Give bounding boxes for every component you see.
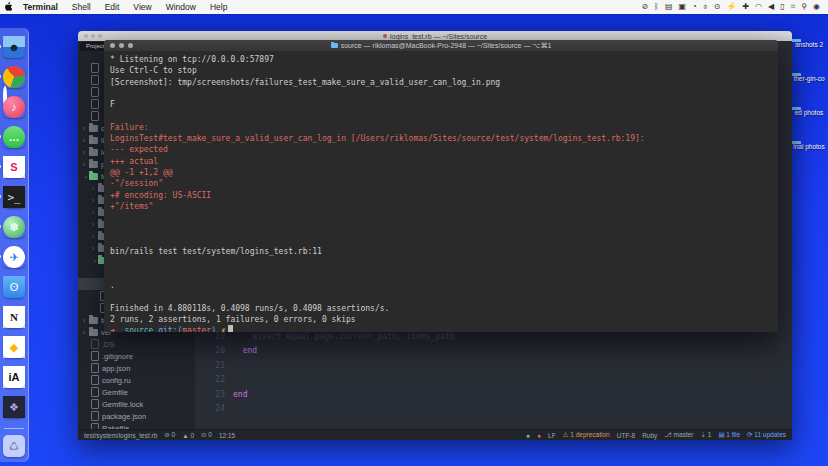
file-or-folder-icon [91, 351, 99, 361]
menubar-status-icon[interactable]: ᛒ [654, 0, 659, 14]
status-segment[interactable]: ⊙ 0 [201, 431, 212, 439]
menubar-status-icon[interactable]: ⌽ [703, 0, 708, 14]
status-segment[interactable]: ▤ 1 file [718, 431, 740, 439]
code-line[interactable]: 23 end [195, 387, 792, 402]
apple-menu-icon[interactable] [0, 2, 16, 13]
menubar-status-icon[interactable]: ◠ [755, 0, 762, 14]
dock-app[interactable]: ✈ [3, 246, 25, 268]
status-segment[interactable]: ⟳ 11 updates [747, 431, 786, 439]
tree-item[interactable]: › Gemfile.lock [78, 398, 195, 410]
terminal-window-controls[interactable] [110, 43, 133, 48]
code-line[interactable]: 22 [195, 373, 792, 388]
menubar-status-icon[interactable]: ⊘ [641, 0, 648, 14]
status-segment[interactable]: ⎇ master [664, 431, 693, 439]
status-segment[interactable]: ● [537, 432, 541, 439]
running-indicator [0, 165, 1, 168]
menu-shell[interactable]: Shell [65, 2, 98, 12]
trash-icon[interactable]: ♺ [3, 435, 25, 457]
menubar-status-icon[interactable]: ⌗ [791, 0, 796, 14]
dock-app-icon[interactable]: … [3, 126, 25, 148]
dock-app[interactable]: iA [3, 366, 25, 388]
dock-app-icon[interactable]: ♪ [3, 96, 25, 118]
dock-app[interactable]: >_ [3, 186, 25, 208]
desktop-folder[interactable]: ed photos [790, 109, 828, 142]
tree-item[interactable]: › app.json [78, 362, 195, 374]
tree-item[interactable]: › config.ru [78, 374, 195, 386]
menu-help[interactable]: Help [203, 2, 234, 12]
status-segment[interactable]: UTF-8 [617, 432, 635, 439]
status-segment[interactable]: test/system/logins_test.rb [84, 432, 157, 439]
menubar-status-icon[interactable]: ▤ [665, 0, 673, 14]
menubar-status-icon[interactable]: ⊙ [714, 0, 721, 14]
dock-app-icon[interactable]: ✽ [3, 216, 25, 238]
tree-item[interactable]: › package.json [78, 410, 195, 422]
editor-window-controls[interactable] [84, 34, 102, 38]
file-or-folder-icon [91, 75, 99, 85]
dock-app-icon[interactable]: S [3, 156, 25, 178]
dock-app-icon[interactable]: iA [3, 366, 25, 388]
dock-app[interactable]: ✽ [3, 216, 25, 238]
code-area[interactable]: 19 assert_equal page.current_path, items… [195, 329, 792, 416]
menu-terminal[interactable]: Terminal [16, 2, 65, 12]
status-segment[interactable]: Ruby [642, 432, 657, 439]
menu-edit[interactable]: Edit [98, 2, 127, 12]
menubar-status-icon[interactable]: ✚ [742, 0, 749, 14]
dock-app[interactable]: ☻ [3, 36, 25, 58]
tree-item-label: package.json [102, 412, 146, 421]
status-right: ●●LF⚠ 1 deprecationUTF-8Ruby⎇ master⇣ 1▤… [526, 431, 786, 439]
menubar-status-icon[interactable]: ◉ [813, 0, 820, 14]
menubar-status-icon[interactable]: ⚡ [726, 0, 736, 14]
status-segment[interactable]: ⇣ 1 [701, 431, 712, 439]
dock-app-icon[interactable] [3, 66, 25, 88]
menubar-status-icon[interactable]: ⚲ [801, 0, 807, 14]
dock-app[interactable]: ◆ [3, 336, 25, 358]
menu-window[interactable]: Window [159, 2, 203, 12]
status-segment[interactable]: ⊘ 0 [164, 431, 175, 439]
menubar-status-icon[interactable]: ▣ [678, 0, 686, 14]
status-segment[interactable]: ● [526, 432, 530, 439]
dock-app[interactable]: ❖ [3, 396, 25, 418]
status-segment[interactable]: LF [548, 432, 556, 439]
dock-app[interactable]: ♪ [3, 96, 25, 118]
dock-app-icon[interactable]: ʘ [3, 276, 25, 298]
menu-view[interactable]: View [126, 2, 158, 12]
code-line[interactable]: 20 end [195, 344, 792, 359]
tree-item[interactable]: › .DS [78, 338, 195, 350]
dock-app[interactable]: … [3, 126, 25, 148]
status-segment[interactable]: ⚠ 1 deprecation [563, 431, 610, 439]
code-line[interactable]: 21 [195, 358, 792, 373]
terminal-line: -"/session" [110, 178, 778, 189]
desktop-folder[interactable]: inal photos [790, 143, 828, 176]
dock-app[interactable]: ʘ [3, 276, 25, 298]
dock-app[interactable] [3, 66, 25, 88]
dock-app-icon[interactable]: ☻ [3, 36, 25, 58]
terminal-line [110, 223, 778, 234]
file-or-folder-icon [91, 399, 99, 409]
desktop-folder[interactable]: anshots 2 [790, 41, 828, 74]
dock-app-icon[interactable]: ❖ [3, 396, 25, 418]
terminal-titlebar[interactable]: source — riklomas@MacBook-Pro-2948 — ~/S… [104, 40, 778, 51]
dock-app-icon[interactable]: ◆ [3, 336, 25, 358]
desktop-folder[interactable]: ther-gin-co [790, 75, 828, 108]
shell-prompt[interactable]: ➜ source git:(master) ✗ [110, 325, 778, 332]
menubar-status-icon[interactable]: ◔ [692, 0, 697, 14]
tree-item[interactable]: › .gitignore [78, 350, 195, 362]
dock-trash[interactable]: ♺ [3, 435, 25, 457]
editor-status-bar: test/system/logins_test.rb⊘ 0▲ 0⊙ 012:15… [78, 429, 792, 440]
dock-app[interactable]: S [3, 156, 25, 178]
file-or-folder-icon [91, 63, 99, 73]
terminal-content[interactable]: * Listening on tcp://0.0.0.0:57897Use Ct… [104, 51, 778, 332]
terminal-line: 2 runs, 2 assertions, 1 failures, 0 erro… [110, 314, 778, 325]
terminal-line: Failure: [110, 122, 778, 133]
dock-app-icon[interactable]: >_ [3, 186, 25, 208]
dock-app-icon[interactable]: N [3, 306, 25, 328]
tree-item[interactable]: › Gemfile [78, 386, 195, 398]
tree-item[interactable]: › Rakefile [78, 422, 195, 429]
status-segment[interactable]: 12:15 [219, 432, 235, 439]
code-line[interactable]: 24 [195, 402, 792, 417]
menubar-status-icon[interactable]: ◀ [768, 0, 774, 14]
dock-app-icon[interactable]: ✈ [3, 246, 25, 268]
dock-app[interactable]: N [3, 306, 25, 328]
menubar-status-icon[interactable]: ▯ [780, 0, 784, 14]
status-segment[interactable]: ▲ 0 [182, 432, 194, 439]
